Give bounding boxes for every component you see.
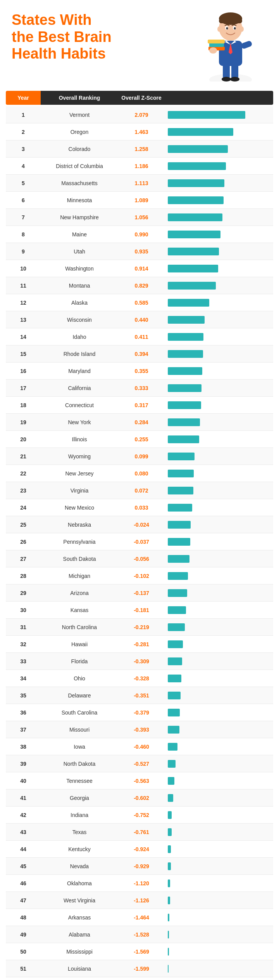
- cell-bar: [165, 279, 273, 293]
- cell-zscore: -0.328: [118, 672, 165, 685]
- cell-state: Illinois: [41, 433, 118, 446]
- cell-rank: 1: [6, 109, 41, 121]
- cell-zscore: -0.379: [118, 706, 165, 719]
- cell-state: Florida: [41, 655, 118, 668]
- cell-bar: [165, 108, 273, 122]
- cell-state: Nevada: [41, 860, 118, 872]
- table-row: 46 Oklahoma -1.120: [6, 875, 273, 892]
- table-row: 37 Missouri -0.393: [6, 721, 273, 738]
- bar-visual: [168, 333, 203, 341]
- table-row: 8 Maine 0.990: [6, 226, 273, 243]
- bar-visual: [168, 760, 176, 768]
- cell-bar: [165, 142, 273, 156]
- cell-rank: 21: [6, 450, 41, 463]
- bar-visual: [168, 623, 185, 631]
- svg-rect-13: [208, 40, 225, 43]
- table-row: 4 District of Columbia 1.186: [6, 158, 273, 175]
- table-row: 23 Virginia 0.072: [6, 482, 273, 499]
- cell-state: Hawaii: [41, 638, 118, 650]
- cell-bar: [165, 808, 273, 822]
- table-row: 36 South Carolina -0.379: [6, 704, 273, 721]
- bar-visual: [168, 709, 180, 716]
- table-row: 15 Rhode Island 0.394: [6, 345, 273, 363]
- cell-state: South Carolina: [41, 706, 118, 719]
- cell-bar: [165, 671, 273, 685]
- table-row: 40 Tennessee -0.563: [6, 772, 273, 789]
- title-line2: the Best Brain: [12, 29, 112, 45]
- bar-visual: [168, 965, 169, 973]
- bar-visual: [168, 196, 224, 204]
- cell-bar: [165, 176, 273, 190]
- cell-zscore: -0.393: [118, 723, 165, 736]
- cell-rank: 13: [6, 314, 41, 326]
- cell-state: New Mexico: [41, 501, 118, 514]
- cell-rank: 20: [6, 433, 41, 446]
- cell-state: Oregon: [41, 126, 118, 138]
- cell-bar: [165, 398, 273, 412]
- cell-state: Utah: [41, 245, 118, 258]
- cell-zscore: -0.351: [118, 689, 165, 702]
- bar-visual: [168, 828, 172, 836]
- cell-bar: [165, 432, 273, 446]
- cell-zscore: 0.099: [118, 450, 165, 463]
- cell-zscore: 1.056: [118, 211, 165, 224]
- table-row: 6 Minnesota 1.089: [6, 192, 273, 209]
- cell-state: North Dakota: [41, 758, 118, 770]
- cell-state: Vermont: [41, 109, 118, 121]
- col-bar: [165, 91, 273, 105]
- cell-bar: [165, 552, 273, 566]
- table-row: 25 Nebraska -0.024: [6, 516, 273, 533]
- cell-bar: [165, 518, 273, 532]
- cell-state: New Jersey: [41, 467, 118, 480]
- table-row: 39 North Dakota -0.527: [6, 755, 273, 772]
- cell-bar: [165, 689, 273, 702]
- cell-bar: [165, 569, 273, 583]
- cell-bar: [165, 586, 273, 600]
- svg-point-21: [234, 27, 236, 29]
- cell-rank: 11: [6, 279, 41, 292]
- cell-rank: 43: [6, 826, 41, 838]
- table-row: 31 North Carolina -0.219: [6, 619, 273, 636]
- table-row: 38 Iowa -0.460: [6, 738, 273, 755]
- table-row: 13 Wisconsin 0.440: [6, 311, 273, 328]
- cell-zscore: 1.113: [118, 177, 165, 189]
- cell-zscore: -0.602: [118, 792, 165, 804]
- cell-rank: 26: [6, 536, 41, 548]
- bar-visual: [168, 470, 194, 477]
- bar-visual: [168, 265, 218, 272]
- title-line3: Health Habits: [12, 45, 106, 62]
- cell-zscore: 0.829: [118, 279, 165, 292]
- cell-rank: 2: [6, 126, 41, 138]
- header-illustration: [198, 8, 267, 83]
- cell-zscore: -0.281: [118, 638, 165, 650]
- table-row: 44 Kentucky -0.924: [6, 841, 273, 858]
- table-row: 27 South Dakota -0.056: [6, 550, 273, 567]
- cell-state: Iowa: [41, 741, 118, 753]
- cell-bar: [165, 876, 273, 890]
- bar-visual: [168, 350, 203, 358]
- bar-visual: [168, 384, 202, 392]
- cell-rank: 29: [6, 587, 41, 599]
- bar-visual: [168, 862, 171, 870]
- cell-bar: [165, 774, 273, 788]
- bar-visual: [168, 606, 186, 614]
- table-row: 49 Alabama -1.528: [6, 926, 273, 943]
- bar-visual: [168, 640, 183, 648]
- cell-zscore: 0.333: [118, 382, 165, 394]
- cell-bar: [165, 893, 273, 907]
- svg-point-20: [226, 27, 228, 29]
- table-row: 20 Illinois 0.255: [6, 431, 273, 448]
- cell-state: Mississippi: [41, 945, 118, 958]
- cell-state: Alabama: [41, 928, 118, 941]
- cell-bar: [165, 227, 273, 241]
- cell-zscore: -0.460: [118, 741, 165, 753]
- bar-visual: [168, 435, 199, 443]
- cell-state: Rhode Island: [41, 348, 118, 360]
- cell-bar: [165, 330, 273, 344]
- cell-zscore: -0.137: [118, 587, 165, 599]
- svg-rect-12: [209, 43, 224, 47]
- table-row: 30 Kansas -0.181: [6, 602, 273, 619]
- bar-visual: [168, 179, 224, 187]
- cell-state: Idaho: [41, 331, 118, 343]
- cell-bar: [165, 757, 273, 771]
